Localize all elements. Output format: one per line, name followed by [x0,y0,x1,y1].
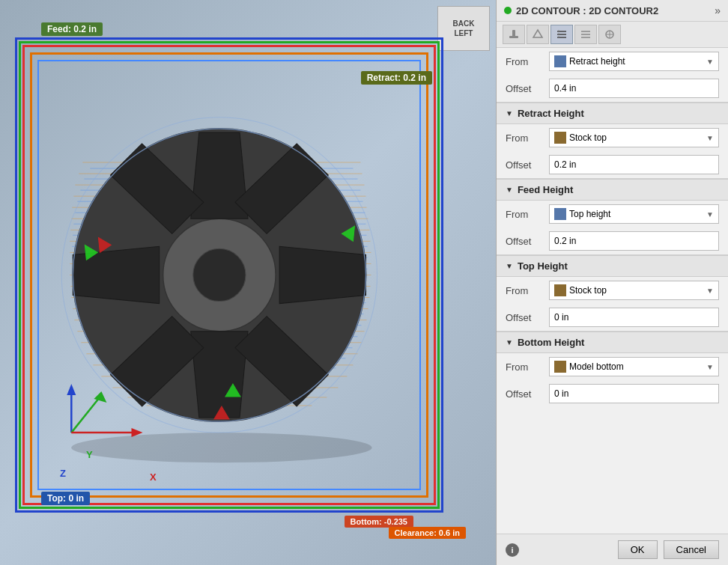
passes-icon [580,28,592,40]
retract-height-section-header[interactable]: ▼ Retract Height [497,103,728,124]
retract-from-row: From Stock top ▼ [497,124,728,151]
panel-body: From Retract height ▼ Offset ▼ Retract H… [497,48,728,534]
top-from-row: From Stock top ▼ [497,277,728,304]
retract-offset-row: Offset [497,151,728,178]
geometry-icon [532,28,544,40]
retract-offset-input[interactable] [549,155,719,174]
axis-y-label: Y [86,449,93,460]
clearance-from-value: Retract height [569,56,706,67]
svg-marker-63 [67,384,76,395]
feed-offset-label: Offset [506,236,543,247]
svg-marker-50 [279,246,365,303]
expand-icon[interactable]: » [715,4,721,16]
bottom-offset-input[interactable] [549,384,719,403]
svg-point-0 [71,433,371,462]
ok-button[interactable]: OK [618,540,658,559]
passes-tab[interactable] [574,25,597,44]
part-svg [0,0,496,565]
retract-from-select[interactable]: Stock top ▼ [549,128,719,147]
clearance-from-label: From [506,56,543,67]
axis-z-label: Z [60,468,66,479]
feed-from-row: From Top height ▼ [497,201,728,227]
panel-title: 2D CONTOUR : 2D CONTOUR2 [504,5,658,16]
bottom-from-select[interactable]: Model bottom ▼ [549,357,719,376]
clearance-from-row: From Retract height ▼ [497,48,728,75]
clearance-from-icon [554,55,566,67]
clearance-offset-label: Offset [506,83,543,94]
retract-from-label: From [506,132,543,144]
top-from-value: Stock top [569,285,706,296]
bottom-from-value: Model bottom [569,361,706,372]
bottom-offset-label: Offset [506,388,543,400]
retract-from-arrow: ▼ [706,134,714,142]
top-height-title: Top Height [518,260,568,272]
top-offset-row: Offset [497,304,728,331]
feed-offset-row: Offset [497,227,728,254]
feed-offset-input[interactable] [549,231,719,251]
feed-from-label: From [506,209,543,220]
status-dot [504,7,512,14]
feed-from-arrow: ▼ [706,210,714,219]
panel-toolbar [497,22,728,48]
retract-from-value: Stock top [569,132,706,143]
tool-icon [508,28,520,40]
bottom-height-section-header[interactable]: ▼ Bottom Height [497,332,728,353]
heights-tab[interactable] [550,25,573,44]
top-height-tag: Top: 0 in [41,492,90,505]
properties-panel: 2D CONTOUR : 2D CONTOUR2 » [496,0,728,565]
clearance-offset-input[interactable] [549,79,719,98]
top-toggle-icon: ▼ [506,262,513,270]
bottom-from-row: From Model bottom ▼ [497,353,728,380]
svg-line-64 [71,395,101,433]
cancel-button[interactable]: Cancel [664,540,719,559]
retract-height-tag: Retract: 0.2 in [361,71,432,85]
bottom-toggle-icon: ▼ [506,338,513,346]
top-from-icon [554,284,566,296]
feed-from-value: Top height [569,209,706,219]
clearance-height-tag: Clearance: 0.6 in [389,527,466,539]
panel-title-text: 2D CONTOUR : 2D CONTOUR2 [516,5,658,16]
svg-point-46 [193,248,246,301]
clearance-offset-row: Offset [497,75,728,102]
clearance-from-arrow: ▼ [706,58,714,66]
bottom-offset-row: Offset [497,380,728,407]
geometry-tab[interactable] [527,25,549,44]
retract-toggle-icon: ▼ [506,109,513,117]
clearance-from-select[interactable]: Retract height ▼ [549,52,719,71]
panel-header: 2D CONTOUR : 2D CONTOUR2 » [497,0,728,22]
feed-height-tag: Feed: 0.2 in [41,22,103,36]
retract-height-title: Retract Height [518,108,584,119]
bottom-from-arrow: ▼ [706,363,714,371]
bottom-height-title: Bottom Height [518,337,585,348]
retract-from-icon [554,132,566,144]
svg-rect-69 [509,36,518,38]
feed-from-icon [554,208,566,220]
linking-icon [604,28,616,40]
top-offset-label: Offset [506,312,543,323]
feed-height-section-header[interactable]: ▼ Feed Height [497,179,728,201]
panel-footer: i OK Cancel [497,534,728,565]
3d-viewport[interactable]: BACK LEFT [0,0,496,565]
retract-offset-label: Offset [506,159,543,171]
axis-x-label: X [150,471,157,483]
top-from-label: From [506,285,543,296]
info-icon[interactable]: i [506,543,519,557]
bottom-height-tag: Bottom: -0.235 [345,516,413,528]
tool-tab[interactable] [503,25,525,44]
bottom-from-icon [554,361,566,373]
feed-height-title: Feed Height [518,184,573,195]
feed-toggle-icon: ▼ [506,186,513,194]
top-offset-input[interactable] [549,308,719,327]
bottom-from-label: From [506,361,543,373]
svg-marker-70 [533,30,542,37]
feed-from-select[interactable]: Top height ▼ [549,204,719,224]
top-from-arrow: ▼ [706,287,714,295]
top-height-section-header[interactable]: ▼ Top Height [497,255,728,277]
heights-icon [556,28,568,40]
top-from-select[interactable]: Stock top ▼ [549,281,719,300]
linking-tab[interactable] [598,25,621,44]
